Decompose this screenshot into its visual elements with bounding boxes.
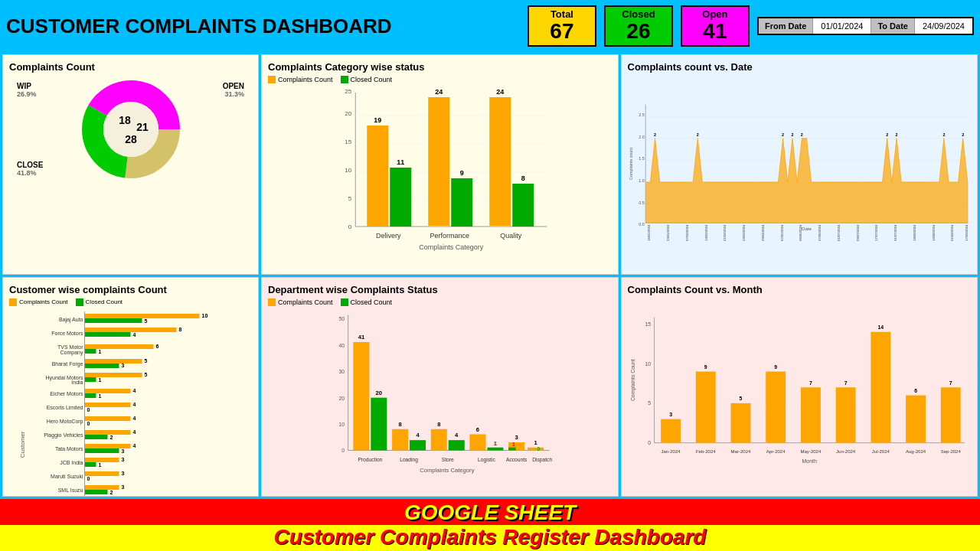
closed-value: 26 [619,20,658,44]
svg-text:3: 3 [669,412,672,417]
svg-text:9: 9 [774,364,777,370]
open-value: 21 [136,121,149,133]
wip-value: 18 [119,114,131,126]
svg-text:2: 2 [654,132,656,137]
svg-text:40: 40 [338,342,345,347]
svg-text:Bharat Forge: Bharat Forge [52,361,83,367]
svg-text:Complaints Category: Complaints Category [420,467,475,474]
svg-text:10: 10 [645,360,651,366]
svg-text:3: 3 [122,457,125,462]
svg-rect-107 [85,430,131,435]
svg-rect-65 [85,314,200,318]
svg-rect-173 [528,447,544,450]
month-chart: 0 5 10 15 3 9 5 9 [628,298,972,481]
svg-text:20: 20 [338,395,345,400]
svg-rect-166 [487,447,503,450]
open-stat-box: Open 41 [681,5,750,47]
svg-text:1: 1 [512,441,515,446]
svg-text:5: 5 [145,358,148,364]
svg-text:Tata Motors: Tata Motors [55,446,83,452]
svg-rect-81 [85,359,142,364]
svg-text:Eicher Motors: Eicher Motors [50,391,83,396]
svg-text:5: 5 [145,318,148,324]
to-date-label: To Date [871,18,915,34]
svg-text:8: 8 [398,420,402,427]
svg-text:2: 2 [782,132,784,137]
svg-text:4: 4 [133,332,136,337]
svg-rect-97 [85,403,131,407]
dept-panel: Department wise Complaints Status Compla… [261,277,619,497]
total-value: 67 [543,20,581,44]
svg-text:1.0: 1.0 [639,178,645,183]
customer-y-label: Customer [19,431,26,458]
closed-label: Closed [619,8,658,20]
svg-rect-207 [940,387,960,442]
bar-perf-closed [451,178,472,227]
svg-rect-203 [871,331,890,442]
bar-qual-complaints [489,97,511,226]
svg-text:2.0: 2.0 [639,135,645,139]
svg-rect-88 [85,377,96,382]
svg-text:3: 3 [122,471,125,476]
close-donut-label: CLOSE 41.8% [17,161,43,177]
svg-text:8: 8 [179,327,182,332]
svg-text:2: 2 [942,132,945,137]
svg-text:24: 24 [496,88,504,96]
svg-rect-205 [906,395,926,442]
donut-svg: 18 21 28 [62,76,200,183]
svg-text:15: 15 [645,321,651,326]
from-date-label: From Date [759,18,813,34]
svg-text:Logistic: Logistic [478,456,495,462]
svg-rect-157 [392,429,408,450]
svg-text:10: 10 [338,421,345,426]
header: CUSTOMER COMPLAINTS DASHBOARD Total 67 C… [0,0,980,52]
svg-text:17/07/2024: 17/07/2024 [874,224,878,241]
svg-text:4: 4 [133,443,136,448]
svg-text:7: 7 [808,380,812,385]
svg-text:Maruti Suzuki: Maruti Suzuki [51,474,83,479]
open-value: 41 [696,20,734,44]
svg-text:Quality: Quality [500,232,522,240]
open-donut-label: OPEN 31.3% [223,82,244,98]
svg-text:1: 1 [534,439,537,445]
close-value: 28 [125,133,137,145]
svg-rect-195 [730,403,750,442]
svg-text:2: 2 [110,435,113,440]
svg-text:0: 0 [537,445,541,451]
svg-text:0.0: 0.0 [639,222,645,227]
svg-text:6: 6 [914,388,917,393]
wip-label: WIP 26.9% [17,82,37,98]
legend-closed: Closed Count [341,76,393,83]
svg-text:3: 3 [122,448,125,454]
svg-text:27/06/2024: 27/06/2024 [818,224,822,241]
svg-text:0: 0 [341,448,345,453]
main-grid: Complaints Count WIP 26.9% OPEN 31.3% CL… [0,52,980,499]
month-panel: Complaints Count vs. Month 0 5 10 15 3 [621,277,978,497]
date-svg: 0.0 0.5 1.0 1.5 2.0 2.5 Complaints count [628,76,972,252]
banner-line2: Customer Complaints Register Dashboard [0,525,980,551]
svg-text:10: 10 [202,313,208,318]
svg-text:07/02/2024: 07/02/2024 [684,224,688,241]
svg-text:24: 24 [435,88,443,96]
svg-rect-92 [85,389,131,393]
svg-text:13/02/2024: 13/02/2024 [704,224,707,241]
svg-text:9: 9 [704,364,707,370]
svg-text:5: 5 [145,372,148,377]
svg-rect-161 [431,429,447,450]
svg-text:Complaints Category: Complaints Category [419,243,484,251]
svg-rect-165 [469,434,485,450]
svg-rect-82 [85,364,119,368]
svg-text:31/07/2024: 31/07/2024 [893,224,897,241]
from-date-value[interactable]: 01/01/2024 [813,18,871,34]
total-label: Total [543,8,581,20]
dept-legend: Complaints Count Closed Count [268,298,612,306]
svg-text:10: 10 [345,167,351,174]
closed-stat-box: Closed 26 [604,5,673,47]
svg-rect-154 [371,397,387,450]
date-chart: 0.0 0.5 1.0 1.5 2.0 2.5 Complaints count [628,76,972,255]
to-date-value[interactable]: 24/09/2024 [915,18,972,34]
svg-text:20: 20 [345,110,351,117]
svg-rect-201 [835,387,855,442]
svg-text:2: 2 [110,490,113,495]
svg-text:1.5: 1.5 [639,156,645,161]
